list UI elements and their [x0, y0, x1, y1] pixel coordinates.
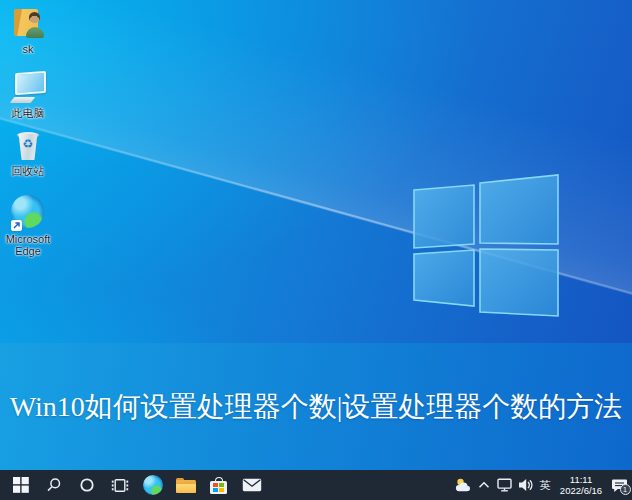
show-hidden-icons-button[interactable]	[474, 470, 494, 500]
task-view-icon	[111, 478, 129, 493]
microsoft-store-icon	[210, 477, 227, 494]
action-center-button[interactable]: 1	[608, 470, 630, 500]
taskbar-buttons	[4, 470, 268, 500]
recycle-symbol-icon: ♻	[18, 137, 38, 151]
desktop-icon-label: 回收站	[12, 165, 45, 177]
recycle-bin-icon: ♻	[10, 130, 46, 162]
weather-cloud-sun-icon	[452, 477, 473, 493]
mail-button[interactable]	[235, 470, 268, 500]
keyboard-shape	[10, 97, 36, 103]
tray-date: 2022/6/16	[560, 485, 602, 496]
cortana-button[interactable]	[70, 470, 103, 500]
desktop-wallpaper: sk 此电脑 ♻ 回收站 Microsoft Ed	[0, 0, 632, 470]
network-ethernet-icon	[497, 478, 513, 492]
mail-envelope-icon	[242, 478, 262, 492]
edge-icon	[10, 194, 46, 230]
notification-count-badge: 1	[620, 484, 631, 495]
monitor-shape	[15, 71, 46, 95]
desktop-icon-this-pc[interactable]: 此电脑	[0, 72, 56, 119]
system-tray: 英 11:11 2022/6/16 1	[450, 470, 630, 500]
cortana-circle-icon	[79, 477, 95, 493]
search-button[interactable]	[37, 470, 70, 500]
windows-start-icon	[13, 477, 29, 493]
desktop-icon-microsoft-edge[interactable]: Microsoft Edge	[0, 194, 56, 257]
taskbar: 英 11:11 2022/6/16 1	[0, 470, 632, 500]
start-button[interactable]	[4, 470, 37, 500]
edge-taskbar-button[interactable]	[136, 470, 169, 500]
file-explorer-button[interactable]	[169, 470, 202, 500]
network-tray-button[interactable]	[494, 470, 515, 500]
speaker-volume-icon	[518, 478, 533, 492]
search-icon	[46, 477, 62, 493]
task-view-button[interactable]	[103, 470, 136, 500]
desktop-icon-recycle-bin[interactable]: ♻ 回收站	[0, 130, 56, 177]
edge-icon	[143, 475, 163, 495]
windows-desktop-screen: sk 此电脑 ♻ 回收站 Microsoft Ed	[0, 0, 632, 500]
desktop-icon-user-folder[interactable]: sk	[0, 8, 56, 55]
caption-banner: Win10如何设置处理器个数|设置处理器个数的方法	[0, 343, 632, 470]
file-explorer-icon	[176, 478, 196, 493]
this-pc-icon	[10, 72, 46, 104]
caption-title: Win10如何设置处理器个数|设置处理器个数的方法	[10, 388, 623, 426]
windows-logo	[412, 174, 560, 318]
ime-language-indicator[interactable]: 英	[536, 470, 554, 500]
language-label: 英	[540, 478, 551, 493]
user-folder-icon	[10, 8, 46, 40]
volume-tray-button[interactable]	[515, 470, 536, 500]
desktop-icon-label: Microsoft Edge	[0, 233, 56, 257]
weather-tray-button[interactable]	[450, 470, 474, 500]
desktop-icon-label: 此电脑	[12, 107, 45, 119]
desktop-icon-label: sk	[23, 43, 34, 55]
clock-tray-button[interactable]: 11:11 2022/6/16	[554, 470, 608, 500]
chevron-up-icon	[478, 481, 490, 489]
person-torso-shape	[26, 27, 44, 38]
person-head-shape	[29, 12, 40, 23]
microsoft-store-button[interactable]	[202, 470, 235, 500]
tray-time: 11:11	[560, 474, 602, 485]
shortcut-arrow-icon	[11, 220, 22, 231]
